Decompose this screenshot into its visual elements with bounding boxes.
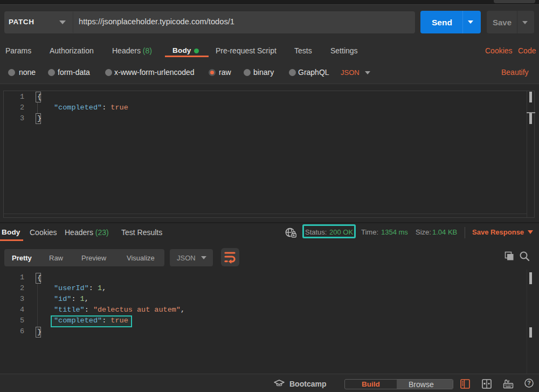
svg-text:?: ? [527,380,530,386]
